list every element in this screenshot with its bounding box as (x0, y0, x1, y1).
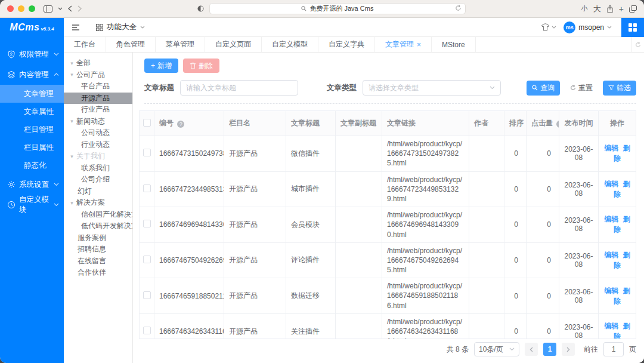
sidebar-item-权限管理[interactable]: 权限管理 (0, 44, 64, 64)
tab-工作台[interactable]: 工作台 (64, 37, 106, 52)
privacy-shield-icon[interactable] (197, 5, 204, 12)
tree-node-公司介绍[interactable]: 公司介绍 (64, 174, 132, 186)
edit-link[interactable]: 编辑 (605, 322, 619, 330)
tree-node-行业产品[interactable]: 行业产品 (64, 104, 132, 116)
back-button[interactable] (68, 5, 72, 12)
tree-node-行业动态[interactable]: 行业动态 (64, 139, 132, 151)
row-checkbox[interactable] (143, 327, 151, 334)
chevron-down-icon (607, 26, 612, 29)
tab-自定义模型[interactable]: 自定义模型 (262, 37, 318, 52)
filter-button[interactable]: 筛选 (603, 81, 636, 96)
tree-node-平台产品[interactable]: 平台产品 (64, 81, 132, 93)
sidebar-nav: 权限管理内容管理文章管理文章属性栏目管理栏目属性静态化系统设置自定义模块 (0, 44, 64, 215)
sidebar-item-自定义模块[interactable]: 自定义模块 (0, 195, 64, 215)
close-tab-icon[interactable]: × (417, 41, 421, 48)
edit-link[interactable]: 编辑 (605, 144, 619, 152)
tab-菜单管理[interactable]: 菜单管理 (156, 37, 205, 52)
caret-down-icon[interactable]: ▾ (69, 153, 75, 159)
refresh-tab-icon[interactable] (631, 37, 644, 52)
tree-node-招聘信息[interactable]: 招聘信息 (64, 244, 132, 256)
tree-node-幻灯[interactable]: 幻灯 (64, 186, 132, 198)
column-header-栏目名: 栏目名 (224, 111, 286, 136)
tree-node-在线留言[interactable]: 在线留言 (64, 256, 132, 267)
app-grid-button[interactable] (621, 18, 644, 37)
tree-node-公司产品[interactable]: ▾公司产品 (64, 69, 132, 81)
sidebar-item-系统设置[interactable]: 系统设置 (0, 174, 64, 195)
edit-link[interactable]: 编辑 (605, 180, 619, 188)
plus-icon: + (151, 61, 155, 70)
prev-page-button[interactable] (525, 343, 538, 356)
tree-node-服务案例[interactable]: 服务案例 (64, 232, 132, 244)
search-icon (532, 85, 538, 91)
reset-button[interactable]: 重置 (565, 81, 598, 96)
next-page-button[interactable] (562, 343, 575, 356)
zoom-window-button[interactable] (29, 5, 35, 12)
row-checkbox[interactable] (143, 256, 151, 263)
forward-button[interactable] (78, 5, 82, 12)
share-icon[interactable] (606, 5, 614, 13)
tree-node-关于我们[interactable]: ▾关于我们 (64, 150, 132, 162)
sidebar-chevron-icon[interactable] (58, 7, 63, 10)
tree-node-解决方案[interactable]: ▾解决方案 (64, 197, 132, 209)
sidebar-subitem-静态化[interactable]: 静态化 (0, 156, 64, 174)
select-all-checkbox[interactable] (143, 119, 151, 127)
page-number-button[interactable]: 1 (543, 343, 556, 356)
tree-node-新闻动态[interactable]: ▾新闻动态 (64, 116, 132, 128)
sidebar-subitem-栏目管理[interactable]: 栏目管理 (0, 121, 64, 139)
search-icon (301, 6, 306, 11)
tab-文章管理[interactable]: 文章管理× (375, 37, 432, 52)
query-button[interactable]: 查询 (527, 81, 560, 96)
sidebar-subitem-栏目属性[interactable]: 栏目属性 (0, 139, 64, 156)
tree-node-全部[interactable]: ▾全部 (64, 57, 132, 69)
theme-button[interactable] (541, 23, 556, 31)
new-tab-button[interactable]: + (619, 4, 624, 14)
tree-node-信创国产化解决方案[interactable]: 信创国产化解决方案 (64, 209, 132, 221)
tab-自定义字典[interactable]: 自定义字典 (318, 37, 375, 52)
delete-button[interactable]: 删除 (183, 59, 219, 73)
edit-link[interactable]: 编辑 (605, 215, 619, 223)
row-checkbox[interactable] (143, 184, 151, 192)
caret-down-icon[interactable]: ▾ (69, 60, 75, 66)
caret-down-icon[interactable]: ▾ (69, 118, 75, 124)
text-smaller-button[interactable]: 小 (581, 4, 588, 13)
sidebar-toggle-icon[interactable] (44, 5, 52, 13)
total-count: 共 8 条 (447, 344, 469, 355)
help-icon[interactable]: ? (556, 121, 559, 128)
tree-node-合作伙伴[interactable]: 合作伙伴 (64, 267, 132, 279)
row-checkbox[interactable] (143, 149, 151, 156)
sidebar-subitem-文章属性[interactable]: 文章属性 (0, 103, 64, 121)
tab-角色管理[interactable]: 角色管理 (106, 37, 156, 52)
caret-down-icon[interactable]: ▾ (69, 200, 75, 206)
article-type-select[interactable]: 请选择文章类型 (363, 80, 501, 96)
close-window-button[interactable] (7, 5, 14, 12)
tree-node-低代码开发解决方案[interactable]: 低代码开发解决方案 (64, 220, 132, 232)
tree-node-开源产品[interactable]: 开源产品 (64, 93, 132, 104)
edit-link[interactable]: 编辑 (605, 251, 619, 259)
sidebar-item-内容管理[interactable]: 内容管理 (0, 64, 64, 85)
collapse-menu-icon[interactable] (64, 24, 88, 31)
article-title-label: 文章标题 (144, 83, 174, 93)
tabs-overview-icon[interactable] (629, 5, 637, 13)
address-bar[interactable]: 免费开源的 Java Cms (209, 3, 466, 14)
caret-down-icon[interactable]: ▾ (69, 72, 75, 78)
goto-page-input[interactable] (603, 342, 624, 356)
article-title-input[interactable] (180, 80, 298, 96)
reload-icon[interactable] (455, 5, 462, 13)
tab-自定义页面[interactable]: 自定义页面 (205, 37, 262, 52)
text-larger-button[interactable]: 大 (593, 4, 601, 14)
help-icon[interactable]: ? (177, 121, 184, 128)
row-checkbox[interactable] (143, 220, 151, 227)
add-button[interactable]: + 新增 (144, 59, 178, 73)
tab-MStore[interactable]: MStore (432, 37, 476, 52)
page-size-select[interactable]: 10条/页 (474, 342, 519, 356)
trash-icon (190, 62, 196, 69)
tree-node-公司动态[interactable]: 公司动态 (64, 127, 132, 139)
user-menu[interactable]: ms msopen (564, 21, 612, 33)
tree-node-联系我们[interactable]: 联系我们 (64, 162, 132, 174)
feature-menu-button[interactable]: 功能大全 (96, 22, 145, 32)
minimize-window-button[interactable] (18, 5, 24, 12)
sidebar-subitem-文章管理[interactable]: 文章管理 (0, 85, 64, 103)
edit-link[interactable]: 编辑 (605, 287, 619, 295)
app-logo[interactable]: MCms v5.3.4 (0, 18, 64, 37)
row-checkbox[interactable] (143, 291, 151, 299)
